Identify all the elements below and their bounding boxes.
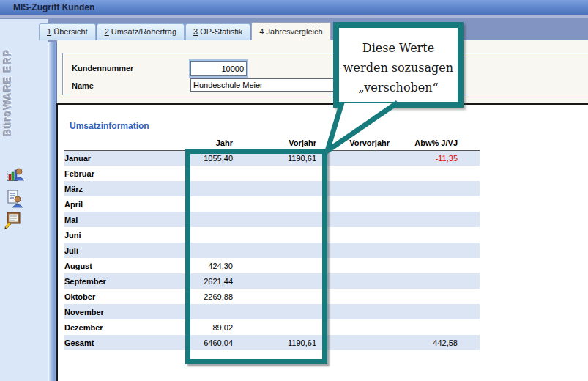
table-cell [458,212,480,227]
table-cell [185,304,233,319]
table-cell: 1055,40 [185,150,233,166]
table-cell [316,335,390,350]
table-cell: Juli [64,243,185,258]
table-cell [233,212,316,227]
document-person-icon[interactable] [5,189,24,208]
table-cell [185,227,233,243]
table-row: Januar1055,401190,61-11,35 [64,150,480,166]
table-cell: 6460,04 [185,335,233,350]
table-cell: 2269,88 [185,289,233,304]
table-row: Juli [64,243,480,258]
table-cell: 89,02 [185,319,233,335]
table-cell [185,243,233,258]
brand-vertical-label: BüroWARE ERP [1,114,13,136]
table-cell [390,212,458,227]
table-row: Dezember89,02 [64,319,480,335]
tab-label: OP-Statistik [198,27,242,36]
tab-label: Jahresvergleich [264,27,322,36]
tab-strip: 1 Übersicht 2 Umsatz/Rohertrag 3 OP-Stat… [39,23,332,40]
table-cell: Gesamt [64,335,185,350]
table-cell [233,196,316,212]
table-cell: Mai [64,212,185,227]
table-cell [316,258,390,273]
kundennummer-input[interactable] [190,61,247,76]
table-cell: Dezember [64,319,185,335]
table-cell [185,181,233,196]
table-cell: September [64,273,185,289]
column-header-vorjahr: Vorjahr [233,136,316,150]
table-cell [390,289,458,304]
table-cell [233,273,316,289]
table-cell [390,166,458,181]
table-cell: 1190,61 [233,150,316,166]
tab-umsatz-rohertrag[interactable]: 2 Umsatz/Rohertrag [97,23,185,40]
table-cell [233,181,316,196]
clipboard-pencil-icon[interactable] [2,210,21,229]
tab-label: Umsatz/Rohertrag [109,27,176,36]
table-cell [185,212,233,227]
umsatz-table: Jahr Vorjahr Vorvorjahr Abw% J/VJ Januar… [64,136,480,350]
table-cell [458,304,480,319]
callout-line: werden sozusagen [339,58,458,78]
table-cell: Juni [64,227,185,243]
table-cell: 1190,61 [233,335,316,350]
table-row: Februar [64,166,480,181]
annotation-callout: Diese Werte werden sozusagen „verschoben… [333,22,464,108]
table-cell [390,227,458,243]
table-cell [458,243,480,258]
table-cell [233,319,316,335]
table-cell [458,227,480,243]
table-cell [390,273,458,289]
table-cell [390,196,458,212]
table-row: September2621,44 [64,273,480,289]
table-cell [185,196,233,212]
table-cell [316,319,390,335]
table-header-row: Jahr Vorjahr Vorvorjahr Abw% J/VJ [64,136,480,150]
table-cell [390,304,458,319]
table-cell: August [64,258,185,273]
callout-line: „verschoben“ [339,78,458,97]
table-cell: 424,30 [185,258,233,273]
table-cell: Februar [64,166,185,181]
table-cell [458,273,480,289]
column-header-filler [458,136,480,150]
table-cell [316,289,390,304]
table-cell [458,289,480,304]
table-cell [390,243,458,258]
table-cell [233,289,316,304]
name-label: Name [72,81,94,90]
table-cell [458,181,480,196]
table-cell [390,319,458,335]
table-cell [390,258,458,273]
kundennummer-label: Kundennummer [72,64,133,73]
tab-op-statistik[interactable]: 3 OP-Statistik [185,23,250,40]
table-cell: November [64,304,185,319]
table-cell [233,304,316,319]
column-header-vorvorjahr: Vorvorjahr [316,136,390,150]
table-cell [316,243,390,258]
table-cell [316,227,390,243]
sidebar: BüroWARE ERP [0,19,48,381]
table-row: Gesamt6460,041190,61442,58 [64,335,480,350]
window-title: MIS-Zugriff Kunden [13,2,94,12]
table-cell [316,150,390,166]
table-cell [233,258,316,273]
table-cell: -11,35 [390,150,458,166]
table-cell: 2621,44 [185,273,233,289]
table-row: November [64,304,480,319]
table-row: August424,30 [64,258,480,273]
table-cell [233,227,316,243]
chart-person-icon[interactable] [5,165,24,184]
tab-jahresvergleich[interactable]: 4 Jahresvergleich [251,22,330,40]
table-cell [316,304,390,319]
table-cell: März [64,181,185,196]
tab-uebersicht[interactable]: 1 Übersicht [39,23,96,40]
table-cell [316,212,390,227]
table-cell: 442,58 [390,335,458,350]
section-title: Umsatzinformation [70,121,149,131]
table-cell [316,196,390,212]
table-cell [458,196,480,212]
app-window: MIS-Zugriff Kunden BüroWARE ERP [0,0,588,381]
table-row: April [64,196,480,212]
table-row: Oktober2269,88 [64,289,480,304]
